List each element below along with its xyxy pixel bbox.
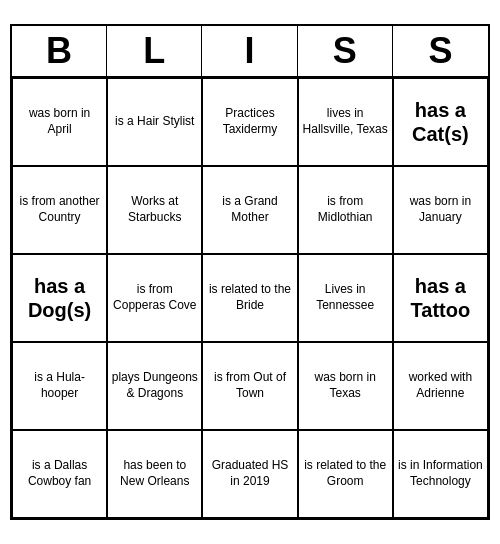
bingo-cell-15[interactable]: is a Hula-hooper	[12, 342, 107, 430]
bingo-cell-16[interactable]: plays Dungeons & Dragons	[107, 342, 202, 430]
header-letter-S: S	[298, 26, 393, 76]
bingo-cell-11[interactable]: is from Copperas Cove	[107, 254, 202, 342]
header-letter-S: S	[393, 26, 488, 76]
bingo-cell-12[interactable]: is related to the Bride	[202, 254, 297, 342]
bingo-cell-3[interactable]: lives in Hallsville, Texas	[298, 78, 393, 166]
bingo-cell-7[interactable]: is a Grand Mother	[202, 166, 297, 254]
bingo-cell-22[interactable]: Graduated HS in 2019	[202, 430, 297, 518]
bingo-cell-9[interactable]: was born in January	[393, 166, 488, 254]
bingo-cell-0[interactable]: was born in April	[12, 78, 107, 166]
header-letter-I: I	[202, 26, 297, 76]
bingo-grid: was born in Aprilis a Hair StylistPracti…	[12, 78, 488, 518]
bingo-cell-20[interactable]: is a Dallas Cowboy fan	[12, 430, 107, 518]
bingo-header: BLISS	[12, 26, 488, 78]
bingo-cell-4[interactable]: has a Cat(s)	[393, 78, 488, 166]
bingo-cell-13[interactable]: Lives in Tennessee	[298, 254, 393, 342]
bingo-cell-23[interactable]: is related to the Groom	[298, 430, 393, 518]
bingo-cell-8[interactable]: is from Midlothian	[298, 166, 393, 254]
bingo-cell-2[interactable]: Practices Taxidermy	[202, 78, 297, 166]
bingo-cell-10[interactable]: has a Dog(s)	[12, 254, 107, 342]
bingo-cell-24[interactable]: is in Information Technology	[393, 430, 488, 518]
bingo-card: BLISS was born in Aprilis a Hair Stylist…	[10, 24, 490, 520]
header-letter-B: B	[12, 26, 107, 76]
bingo-cell-1[interactable]: is a Hair Stylist	[107, 78, 202, 166]
bingo-cell-17[interactable]: is from Out of Town	[202, 342, 297, 430]
bingo-cell-6[interactable]: Works at Starbucks	[107, 166, 202, 254]
bingo-cell-18[interactable]: was born in Texas	[298, 342, 393, 430]
bingo-cell-19[interactable]: worked with Adrienne	[393, 342, 488, 430]
header-letter-L: L	[107, 26, 202, 76]
bingo-cell-5[interactable]: is from another Country	[12, 166, 107, 254]
bingo-cell-14[interactable]: has a Tattoo	[393, 254, 488, 342]
bingo-cell-21[interactable]: has been to New Orleans	[107, 430, 202, 518]
